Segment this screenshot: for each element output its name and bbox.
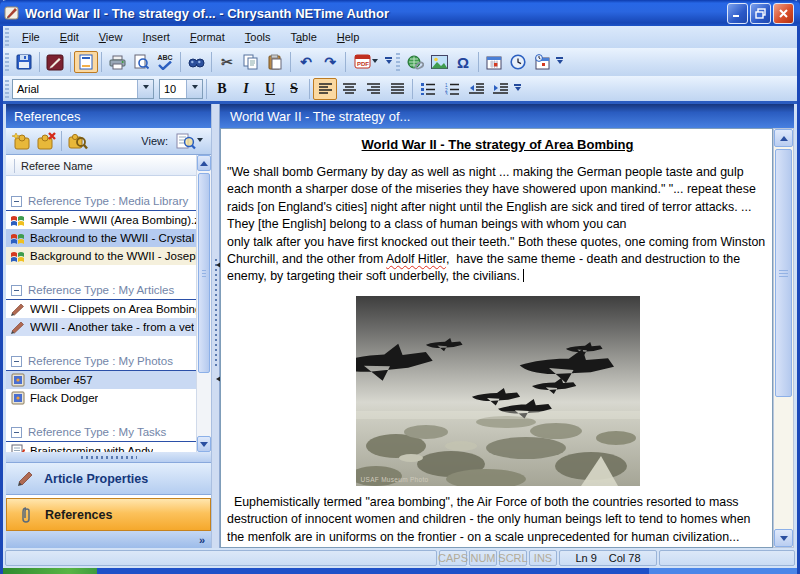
status-message-cell <box>5 550 437 566</box>
window-title: World War II - The strategy of... - Chry… <box>25 6 727 21</box>
italic-button[interactable]: I <box>234 78 258 100</box>
insert-symbol-button[interactable]: Ω <box>451 51 475 73</box>
panel-overflow-strip[interactable]: » <box>6 531 211 548</box>
group-my-tasks[interactable]: Reference Type : My Tasks <box>6 423 196 442</box>
new-article-button[interactable] <box>43 51 67 73</box>
scroll-up-button[interactable] <box>774 129 793 147</box>
font-name-dropdown[interactable] <box>137 80 153 98</box>
cut-button[interactable]: ✂ <box>215 51 239 73</box>
align-justify-button[interactable] <box>385 78 409 100</box>
references-panel-button[interactable]: References <box>6 498 211 531</box>
view-mode-button[interactable] <box>171 130 207 152</box>
print-button[interactable] <box>105 51 129 73</box>
toolbar-overflow-button-2[interactable] <box>554 51 565 73</box>
toolbar-grip-2[interactable] <box>396 53 400 71</box>
group-my-photos[interactable]: Reference Type : My Photos <box>6 352 196 371</box>
reference-item[interactable]: WWII - Clippets on Area Bombing <box>6 300 196 318</box>
paste-button[interactable] <box>263 51 287 73</box>
document-editor[interactable]: World War II - The strategy of Area Bomb… <box>220 128 773 548</box>
reference-item[interactable]: Brainstorming with Andy <box>6 442 196 452</box>
save-button[interactable] <box>12 51 36 73</box>
font-name-combo[interactable]: Arial <box>12 79 154 99</box>
menu-edit[interactable]: Edit <box>50 29 89 45</box>
delete-reference-button[interactable] <box>34 130 58 152</box>
reference-item[interactable]: Flack Dodger <box>6 389 196 407</box>
document-title: World War II - The strategy of Area Bomb… <box>227 137 768 152</box>
bullet-list-button[interactable] <box>416 78 440 100</box>
insert-time-button[interactable] <box>506 51 530 73</box>
chevron-overflow-icon[interactable]: » <box>199 534 205 546</box>
document-scrollbar[interactable] <box>773 128 794 548</box>
scroll-down-button[interactable] <box>774 529 793 547</box>
start-button-edge[interactable] <box>3 568 97 574</box>
align-center-button[interactable] <box>337 78 361 100</box>
menubar-grip[interactable] <box>5 28 9 46</box>
group-media-library[interactable]: Reference Type : Media Library <box>6 192 196 211</box>
font-size-dropdown[interactable] <box>186 80 202 98</box>
scrollbar-thumb[interactable] <box>198 173 210 373</box>
reference-item[interactable]: WWII - Another take - from a vet <box>6 318 196 336</box>
toolbar-overflow-button[interactable] <box>383 51 394 73</box>
menu-tools[interactable]: Tools <box>235 29 281 45</box>
collapse-icon[interactable] <box>11 356 22 367</box>
align-left-button[interactable] <box>313 78 337 100</box>
bomber-photo[interactable]: USAF Museum Photo <box>356 296 640 486</box>
group-my-articles[interactable]: Reference Type : My Articles <box>6 281 196 300</box>
reference-tree: Reference Type : Media Library Sample - … <box>6 176 196 452</box>
undo-button[interactable]: ↶ <box>294 51 318 73</box>
scrollbar-thumb[interactable] <box>775 149 792 397</box>
insert-datetime-button[interactable] <box>530 51 554 73</box>
print-preview-button[interactable] <box>129 51 153 73</box>
sidebar-scrollbar[interactable] <box>196 155 211 452</box>
article-properties-panel-button[interactable]: Article Properties <box>6 462 211 495</box>
collapse-icon[interactable] <box>11 196 22 207</box>
increase-indent-button[interactable] <box>488 78 512 100</box>
export-pdf-button[interactable]: PDF <box>349 51 383 73</box>
menu-insert[interactable]: Insert <box>132 29 180 45</box>
restore-button[interactable] <box>750 3 771 24</box>
collapse-icon[interactable] <box>11 285 22 296</box>
copy-button[interactable] <box>239 51 263 73</box>
reference-item[interactable]: Bomber 457 <box>6 371 196 389</box>
bold-button[interactable]: B <box>210 78 234 100</box>
strikethrough-button[interactable]: S <box>282 78 306 100</box>
reference-item[interactable]: Sample - WWII (Area Bombing).zip <box>6 211 196 229</box>
reference-item-selected[interactable]: Backround to the WWII - Crystal N <box>6 229 196 247</box>
format-grip[interactable] <box>5 80 9 98</box>
align-right-button[interactable] <box>361 78 385 100</box>
menu-help[interactable]: Help <box>327 29 370 45</box>
insert-image-button[interactable] <box>427 51 451 73</box>
scroll-up-button[interactable] <box>197 155 211 171</box>
spellcheck-button[interactable]: ABC <box>153 51 177 73</box>
referee-name-column-header[interactable]: Referee Name <box>6 155 196 176</box>
underline-button[interactable]: U <box>258 78 282 100</box>
menu-table[interactable]: Table <box>280 29 326 45</box>
menu-file[interactable]: File <box>12 29 50 45</box>
redo-button[interactable]: ↷ <box>318 51 342 73</box>
system-tray-edge <box>649 568 797 574</box>
menu-view[interactable]: View <box>89 29 133 45</box>
reference-item[interactable]: Background to the WWII - Joseph <box>6 247 196 265</box>
new-reference-button[interactable] <box>10 130 34 152</box>
line-indicator: Ln 9 <box>575 552 596 564</box>
menu-format[interactable]: Format <box>180 29 235 45</box>
toolbar-grip[interactable] <box>5 53 9 71</box>
find-reference-button[interactable] <box>65 130 89 152</box>
page-view-toggle[interactable] <box>74 51 98 73</box>
font-size-combo[interactable]: 10 <box>159 79 203 99</box>
insert-date-button[interactable] <box>482 51 506 73</box>
sidebar-splitter[interactable] <box>6 452 211 462</box>
media-file-icon <box>9 249 26 264</box>
collapse-icon[interactable] <box>11 427 22 438</box>
find-button[interactable] <box>184 51 208 73</box>
scroll-down-button[interactable] <box>197 436 211 452</box>
view-label: View: <box>141 135 168 147</box>
format-overflow-button[interactable] <box>512 78 523 100</box>
numbered-list-button[interactable]: 123 <box>440 78 464 100</box>
decrease-indent-button[interactable] <box>464 78 488 100</box>
close-button[interactable] <box>773 3 794 24</box>
insert-hyperlink-button[interactable] <box>403 51 427 73</box>
minimize-button[interactable] <box>727 3 748 24</box>
paragraph-1: "We shall bomb Germany by day as well as… <box>227 164 768 286</box>
pane-splitter[interactable] <box>211 104 220 548</box>
